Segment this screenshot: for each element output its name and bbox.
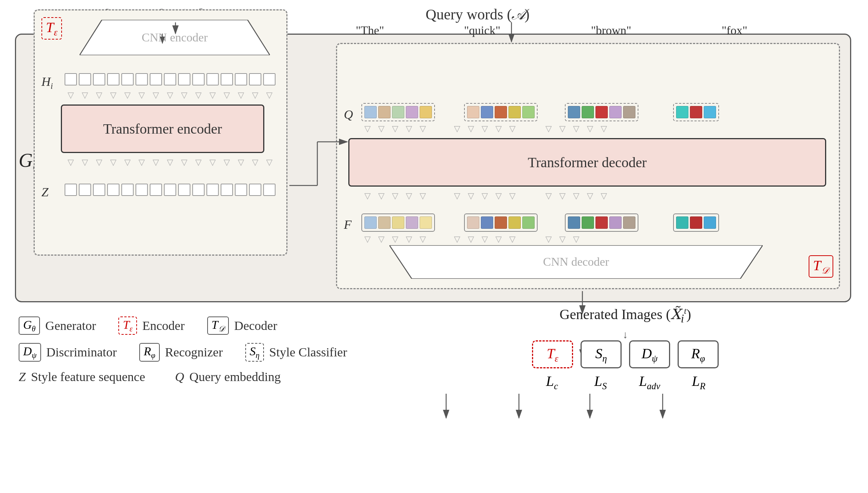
legend-row-1: Gθ Generator Tε Encoder T𝒟 Decoder [19,316,411,335]
word-brown-label: "brown" [591,24,631,37]
hi-label: Hi [41,75,53,91]
r-phi-loss-box: Rφ [678,340,719,369]
legend-td: T𝒟 Decoder [207,316,277,335]
transformer-encoder-box: Transformer encoder [61,104,264,153]
legend-row-3: Z Style feature sequence Q Query embeddi… [19,370,411,384]
legend-section: Gθ Generator Tε Encoder T𝒟 Decoder [19,316,411,384]
ladv-label: Ladv [629,373,671,391]
legend-query-embedding-label: Query embedding [189,370,281,384]
hi-feature-row [65,73,276,85]
query-group-quick [464,103,538,121]
legend-style-classifier-label: Style Classifier [269,345,347,359]
query-group-brown [565,103,638,121]
ls-label: LS [580,373,621,391]
transformer-decoder-label: Transformer decoder [528,154,647,171]
td-label: T𝒟 [809,255,833,278]
output-group-4 [673,213,719,232]
q-down-arrows: ▽ ▽ ▽ ▽ ▽ ▽ ▽ ▽ ▽ ▽ ▽ ▽ ▽ ▽ ▽ [361,122,610,136]
legend-te: Tε Encoder [118,316,184,335]
te-loss-box: Tε [532,340,573,369]
word-the-label: "The" [356,24,384,37]
transformer-decoder-box: Transformer decoder [348,138,826,187]
output-group-1 [361,213,435,232]
lc-label: Lc [532,373,573,391]
z-feature-row [65,184,276,196]
legend-discriminator-label: Discriminator [46,345,117,359]
diagram-container: Style examples (XiS) Query words (𝒜) Gθ … [0,0,868,493]
loss-labels-row: Lc LS Ladv LR [411,373,840,391]
query-group-fox [673,103,719,121]
encoder-dashed-box: Tε CNN encoder Hi [34,9,287,256]
f-label: F [344,218,352,232]
cnn-decoder-shape: CNN decoder [389,245,763,279]
output-group-2 [464,213,538,232]
loss-boxes-row: Tε Sη Dψ Rφ [411,340,840,369]
svg-text:CNN encoder: CNN encoder [142,31,208,44]
legend-decoder-label: Decoder [234,319,277,333]
output-group-3 [565,213,638,232]
f-down-arrows: ▽ ▽ ▽ ▽ ▽ ▽ ▽ ▽ ▽ ▽ ▽ ▽ ▽ [361,232,582,246]
legend-r-phi: Rφ Recognizer [139,343,223,361]
transformer-encoder-label: Transformer encoder [103,121,222,137]
legend-d-psi: Dψ Discriminator [19,343,117,361]
legend-s-eta: Sη Style Classifier [245,343,347,361]
transformer-dec-down-arrows: ▽ ▽ ▽ ▽ ▽ ▽ ▽ ▽ ▽ ▽ ▽ ▽ ▽ ▽ ▽ [361,189,610,203]
legend-q-embed: Q Query embedding [175,370,281,384]
decoder-dashed-box: "The" "quick" "brown" "fox" Q [336,43,840,289]
query-group-the [361,103,435,121]
s-eta-loss-box: Sη [581,340,622,369]
legend-recognizer-label: Recognizer [165,345,223,359]
transformer-enc-down-arrows: ▽ ▽ ▽ ▽ ▽ ▽ ▽ ▽ ▽ ▽ ▽ ▽ ▽ ▽ ▽ [65,155,276,169]
legend-row-2: Dψ Discriminator Rφ Recognizer Sη Style … [19,343,411,361]
word-quick-label: "quick" [464,24,500,37]
hi-down-arrows: ▽ ▽ ▽ ▽ ▽ ▽ ▽ ▽ ▽ ▽ ▽ ▽ ▽ ▽ ▽ [65,88,276,102]
query-words-label: Query words (𝒜) [426,6,529,23]
cnn-encoder-shape: CNN encoder [80,20,270,55]
legend-z-style: Z Style feature sequence [19,370,145,384]
te-label: Tε [41,17,62,40]
legend-g-theta: Gθ Generator [19,316,96,335]
legend-style-feature-label: Style feature sequence [31,370,145,384]
word-fox-label: "fox" [722,24,747,37]
svg-text:CNN decoder: CNN decoder [543,255,609,268]
generated-images-label: Generated Images (X̃it) [411,306,840,325]
d-psi-loss-box: Dψ [629,340,670,369]
legend-generator-label: Generator [45,319,96,333]
legend-encoder-label: Encoder [142,319,184,333]
lr-label: LR [678,373,719,391]
generated-section: Generated Images (X̃it) ↓ Tε Sη Dψ Rφ Lc [411,306,840,391]
q-label: Q [344,107,353,122]
z-label: Z [41,185,49,199]
